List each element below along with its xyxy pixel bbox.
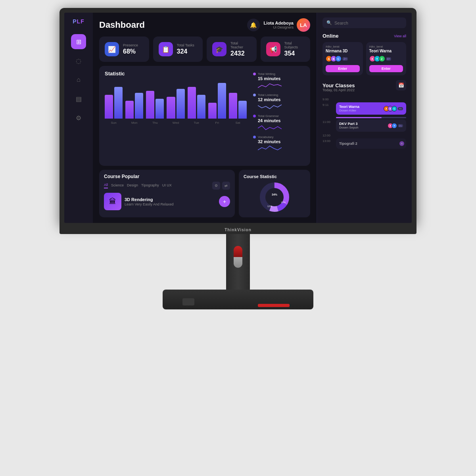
bar-purple-1 (125, 101, 134, 119)
notification-bell[interactable]: 🔔 (247, 19, 260, 31)
monitor-screen: PLF ⊞ ◌ ⌂ ▤ ⚙ Dashboard 🔔 Liota (64, 13, 412, 223)
chart-title: Statistic (105, 71, 247, 77)
avatar-count-0: 2+ (342, 57, 348, 61)
stat-icon-subjects: 📢 (266, 42, 280, 56)
sidebar-item-settings[interactable]: ⚙ (71, 110, 86, 125)
chart-section: Statistic (99, 66, 310, 166)
time-label-911: 9:11 (322, 103, 333, 107)
monitor-base-label (182, 298, 194, 305)
bar-purple-0 (105, 95, 113, 119)
user-info: Liota Adeboya Ui Designers LA (264, 18, 310, 32)
bar-group-4 (188, 87, 205, 119)
enter-button-0[interactable]: Enter (326, 65, 360, 72)
chart-day-3: Wed (167, 121, 184, 125)
legend-dot-1 (253, 94, 256, 96)
app-logo: PLF (73, 18, 84, 25)
avatars-row-0: A B C 2+ (326, 56, 360, 62)
bar-blue-4 (197, 95, 205, 119)
schedule-area: 9:00 9:11 Teori Warna Dosen Killer A (322, 97, 406, 218)
tab-science[interactable]: Science (111, 183, 124, 188)
class-date: Today, 01 April 2022 (322, 88, 406, 92)
stat-value-subjects: 354 (284, 50, 305, 57)
sidebar-item-home[interactable]: ⌂ (71, 72, 86, 87)
settings-btn[interactable]: ⚙ (212, 182, 220, 190)
class-name-dkv: DKV Part 3 (339, 122, 358, 126)
stat-card-subjects: 📢 Total Subjects 354 (261, 36, 311, 62)
chart-day-0: Sun (105, 121, 123, 125)
bar-group-1 (125, 93, 143, 119)
legend-value-0: 15 minutes (258, 76, 305, 81)
tab-actions: ⚙ ⇄ (212, 182, 230, 190)
bar-group-2 (146, 91, 164, 119)
your-classes-title: Your Classes (322, 83, 355, 88)
view-all-button[interactable]: View all (394, 34, 406, 38)
filter-btn[interactable]: ⇄ (222, 182, 230, 190)
legend-item-1: Total Listening 12 minutes (253, 93, 305, 111)
legend-item-0: Total Writing 15 minutes (253, 72, 305, 90)
time-slot-900: 9:00 (322, 97, 406, 101)
time-slot-1300: 13:00 Tipografi 2 A (322, 138, 406, 149)
chart-day-4: Tue (188, 121, 205, 125)
dkv-avatar-b: Y (392, 123, 397, 129)
bar-chart (105, 80, 247, 119)
stat-label-tasks: Total Tasks (177, 43, 194, 47)
bar-blue-1 (135, 93, 143, 119)
legend-label-2: Total Grammar (258, 114, 279, 118)
course-statistic-section: Course Statistic 34% 10% (239, 170, 310, 217)
sidebar-item-analytics[interactable]: ◌ (71, 53, 86, 68)
stat-info-subjects: Total Subjects 354 (284, 41, 305, 57)
class-card-info-dkv: DKV Part 3 Dosen Sepuh (339, 122, 358, 129)
chart-legend: Total Writing 15 minutes Total Listening (253, 71, 305, 161)
monitor-bottom-bezel: ThinkVision (60, 225, 416, 234)
search-input[interactable] (334, 21, 402, 25)
tab-typography[interactable]: Tipography (141, 183, 159, 188)
bar-purple-4 (188, 87, 196, 119)
time-slot-1200: 12:00 (322, 133, 406, 137)
chart-day-2: Thu (146, 121, 164, 125)
bar-group-0 (105, 87, 123, 119)
class-card-info-tipografi: Tipografi 2 (339, 142, 357, 146)
legend-value-1: 12 minutes (258, 97, 305, 102)
online-header: Online View all (322, 33, 406, 39)
monitor-bezel: PLF ⊞ ◌ ⌂ ▤ ⚙ Dashboard 🔔 Liota (60, 8, 416, 225)
tab-uiux[interactable]: UI UX (162, 183, 172, 188)
course-action-button[interactable]: + (219, 196, 230, 207)
legend-label-0: Total Writing (258, 72, 275, 76)
calendar-button[interactable]: 📅 (396, 80, 406, 90)
svg-text:10%: 10% (281, 201, 286, 203)
legend-chart-3 (258, 144, 282, 153)
header-right: 🔔 Liota Adeboya Ui Designers LA (247, 18, 310, 32)
user-role: Ui Designers (264, 25, 294, 29)
avatars-row-1: X Y Z 4+ (369, 56, 403, 62)
progress-bar-container (336, 117, 406, 118)
online-course-0: #dkv_berat Nirmana 3D A B C 2+ Enter (322, 42, 363, 75)
avatar-count-1: 4+ (386, 57, 392, 61)
enter-button-1[interactable]: Enter (369, 65, 403, 72)
class-avatar-c: C (392, 106, 397, 111)
online-section: Online View all #dkv_berat Nirmana 3D A … (322, 33, 406, 75)
user-text: Liota Adeboya Ui Designers (264, 21, 294, 29)
class-avatars-tipografi: A (399, 141, 403, 146)
class-card-tipografi: Tipografi 2 A (336, 138, 406, 149)
stat-card-tasks: 📋 Total Tasks 324 (153, 36, 203, 62)
online-title: Online (322, 33, 338, 39)
search-icon: 🔍 (326, 20, 332, 25)
course-popular-section: Course Popular All Science Design Tipogr… (99, 170, 235, 217)
sidebar-item-tasks[interactable]: ▤ (71, 91, 86, 106)
class-card-info-teori: Teori Warna Dosen Killer (339, 105, 359, 112)
stats-row: 📈 Presence 68% 📋 Total Tasks 324 (99, 36, 310, 62)
tab-design[interactable]: Design (127, 183, 138, 188)
search-bar[interactable]: 🔍 (322, 17, 406, 28)
sidebar-item-dashboard[interactable]: ⊞ (71, 34, 86, 49)
tab-all[interactable]: All (104, 183, 108, 188)
legend-dot-0 (253, 73, 256, 75)
bar-blue-2 (155, 99, 164, 119)
class-card-teori: Teori Warna Dosen Killer A B C 4+ (336, 102, 406, 115)
stat-icon-presence: 📈 (105, 42, 119, 56)
bar-blue-5 (218, 83, 226, 119)
bar-purple-2 (146, 91, 154, 119)
stat-card-presence: 📈 Presence 68% (99, 36, 149, 62)
chart-day-5: Fri (208, 121, 226, 125)
legend-label-3: Vocabulary (258, 135, 274, 139)
bar-purple-6 (229, 93, 237, 119)
